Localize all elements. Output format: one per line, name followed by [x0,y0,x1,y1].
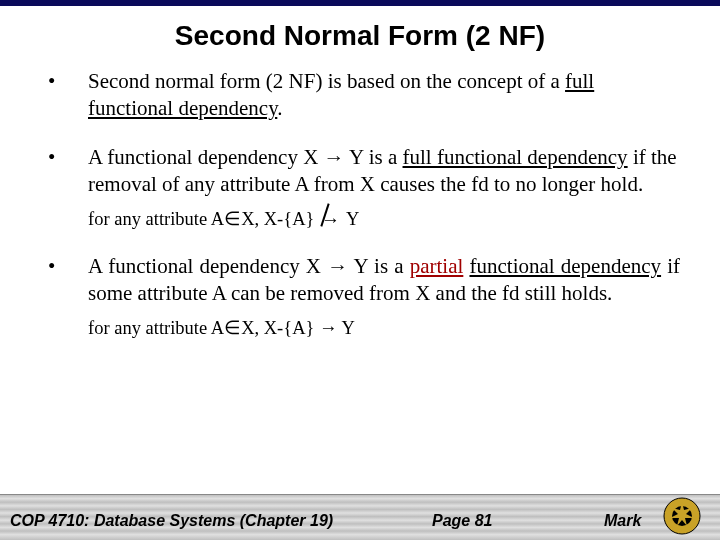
arrow-icon: → [327,254,348,278]
bullet-3-mid1: Y is a [348,254,410,278]
sub-2: for any attribute A∈X, X-{A} → Y [88,208,680,232]
bullet-3: A functional dependency X → Y is a parti… [40,253,680,307]
footer-bar: COP 4710: Database Systems (Chapter 19) … [0,494,720,540]
footer-name: Mark [604,512,641,530]
sub-2-pre: for any attribute A [88,209,224,229]
bullet-3-underline: functional dependency [469,254,661,278]
sub-3: for any attribute A∈X, X-{A} → Y [88,317,680,339]
ucf-logo-icon [662,496,702,536]
arrow-icon: → [319,318,338,338]
element-of-icon: ∈ [224,318,241,338]
bullet-list-2: A functional dependency X → Y is a parti… [40,253,680,307]
arrow-icon: → [324,145,345,169]
footer-course: COP 4710: Database Systems (Chapter 19) [10,512,333,530]
bullet-2-mid: Y is a [345,145,403,169]
bullet-2-underline: full functional dependency [403,145,628,169]
sub-2-mid: X, X-{A} [241,209,319,229]
footer-page: Page 81 [432,512,492,530]
bullet-2: A functional dependency X → Y is a full … [40,144,680,198]
sub-3-pre: for any attribute A [88,318,224,338]
sub-2-post: Y [342,209,359,229]
sub-3-mid: X, X-{A} [241,318,319,338]
bullet-3-red: partial [410,254,464,278]
not-arrow-icon: → [321,209,340,231]
slide: Second Normal Form (2 NF) Second normal … [0,0,720,540]
bullet-list: Second normal form (2 NF) is based on th… [40,68,680,198]
bullet-1-pre: Second normal form (2 NF) is based on th… [88,69,565,93]
bullet-1: Second normal form (2 NF) is based on th… [40,68,680,122]
bullet-3-pre: A functional dependency X [88,254,327,278]
bullet-1-post: . [277,96,282,120]
slide-content: Second normal form (2 NF) is based on th… [0,58,720,339]
bullet-2-pre: A functional dependency X [88,145,324,169]
slide-title: Second Normal Form (2 NF) [0,6,720,58]
element-of-icon: ∈ [224,209,241,229]
sub-3-post: Y [338,318,355,338]
